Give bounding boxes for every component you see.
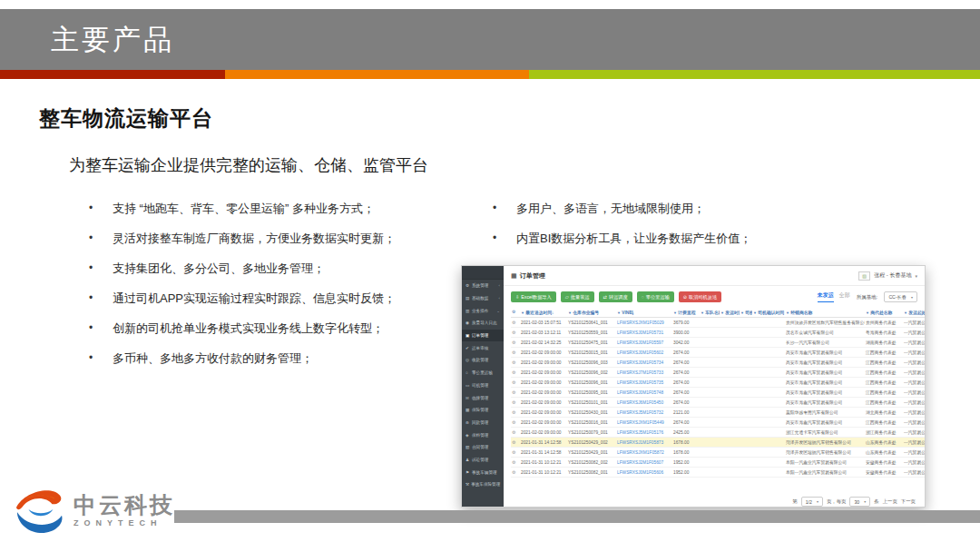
vin-link[interactable]: LFWSRXSJ0M1F05734 xyxy=(616,358,672,368)
table-row[interactable]: ⚙2021-02-02 09:00:00YS2101250016_001LFWS… xyxy=(511,418,925,428)
vin-link[interactable]: LFWSRXSJ0M1F05735 xyxy=(616,378,672,388)
vin-link[interactable]: LFWSRXSJ0M1F05602 xyxy=(616,348,672,358)
vin-link[interactable]: LFWSRXSJ5M1F05176 xyxy=(616,428,672,438)
table-row[interactable]: ⚙2021-02-02 09:00:00YS2101250015_001LFWS… xyxy=(511,348,925,358)
column-header-发运起始地名称[interactable]: ▼ 发运起始地名称 xyxy=(903,307,925,318)
vin-link[interactable]: LFWSRXSJXM1F05449 xyxy=(616,418,672,428)
vin-link[interactable]: LFWSRXSJ6M1F05450 xyxy=(616,398,672,408)
sidebar-item-合同管理[interactable]: ▧合同管理 xyxy=(462,441,504,454)
sidebar-item-系统管理[interactable]: ⚙系统管理‹ xyxy=(462,280,504,292)
table-row[interactable]: ⚙2021-01-31 10:12:21YS2101250082_002LFWS… xyxy=(511,458,925,468)
table-row[interactable]: ⚙2021-01-31 14:12:58YS2101250429_002LFWS… xyxy=(511,438,925,448)
sidebar-item-质量导入日志[interactable]: ◉质量导入日志 xyxy=(462,317,504,330)
page-select[interactable]: 1/2 ▾ xyxy=(801,497,823,507)
row-gear-icon[interactable]: ⚙ xyxy=(511,428,520,438)
row-gear-icon[interactable]: ⚙ xyxy=(511,378,520,388)
column-header-计费里程[interactable]: ▼ 计费里程 xyxy=(672,307,700,318)
sidebar-item-label: 零公里运输 xyxy=(472,370,493,375)
sidebar-item-司机管理[interactable]: ▭司机管理 xyxy=(462,380,504,392)
row-gear-icon[interactable]: ⚙ xyxy=(511,448,520,458)
table-row[interactable]: ⚙2021-02-02 09:00:00YS2101250096_002LFWS… xyxy=(511,368,925,378)
column-header-仓库作业编号[interactable]: ▼ 仓库作业编号 xyxy=(567,307,616,318)
table-row[interactable]: ⚙2021-02-02 09:00:00YS2101250430_001LFWS… xyxy=(511,408,925,418)
row-gear-icon[interactable]: ⚙ xyxy=(511,388,520,398)
cell: 1952.00 xyxy=(672,458,700,468)
sidebar-item-订单管理[interactable]: ▣订单管理 xyxy=(462,330,504,342)
table-row[interactable]: ⚙2021-01-31 10:12:21YS2101250082_001LFWS… xyxy=(511,468,925,478)
column-header-车队名称[interactable]: ▼ 车队名称 xyxy=(700,307,720,318)
table-row[interactable]: ⚙2021-01-31 14:12:58YS2101250429_001LFWS… xyxy=(511,448,925,458)
table-row[interactable]: ⚙2021-02-03 15:07:51YS2101250641_001LFWS… xyxy=(511,318,925,328)
row-gear-icon[interactable]: ⚙ xyxy=(511,398,520,408)
table-row[interactable]: ⚙2021-02-03 13:12:11YS2101250559_001LFWS… xyxy=(511,328,925,338)
row-gear-icon[interactable]: ⚙ xyxy=(511,328,520,338)
wrench-icon: ⚒ xyxy=(466,482,469,487)
取消司机派送-button[interactable]: ⊘取消司机派送 xyxy=(679,291,721,302)
bullet-item: •内置BI数据分析工具，让业务数据产生价值； xyxy=(493,232,892,245)
row-gear-icon[interactable]: ⚙ xyxy=(511,468,520,478)
cancel-icon: ⊘ xyxy=(683,294,687,300)
零公里运输-button[interactable]: ◌零公里运输 xyxy=(637,291,674,302)
cell: YS2101250082_001 xyxy=(567,468,616,478)
row-gear-icon[interactable]: ⚙ xyxy=(511,368,520,378)
table-row[interactable]: ⚙2021-02-02 09:00:00YS2101250101_001LFWS… xyxy=(511,398,925,408)
row-gear-icon[interactable]: ⚙ xyxy=(511,408,520,418)
vin-link[interactable]: LFWSRXSJ7M1F05733 xyxy=(616,368,672,378)
table-row[interactable]: ⚙2021-02-02 09:00:00YS2101250096_003LFWS… xyxy=(511,358,925,368)
row-gear-icon[interactable]: ⚙ xyxy=(511,418,520,428)
Excel数据导入-button[interactable]: ⇩Excel数据导入 xyxy=(511,291,556,302)
sidebar-item-零公里运输[interactable]: ○零公里运输 xyxy=(462,367,504,380)
column-header-最近送达时间↓[interactable]: ▼ 最近送达时间↓ xyxy=(520,307,567,318)
vin-link[interactable]: LFWSRXSJ0M1F05731 xyxy=(616,328,672,338)
sidebar-item-事故车辆管理[interactable]: ⚑事故车辆管理 xyxy=(462,466,504,478)
table-row[interactable]: ⚙2021-02-02 14:32:25YS2101250475_001LFWS… xyxy=(511,338,925,348)
vin-link[interactable]: LFWSRXSJXM1F05029 xyxy=(616,318,672,328)
vin-link[interactable]: LFWSRXSJXM1F05872 xyxy=(616,448,672,458)
vin-link[interactable]: LFWSRXSJ5M1F05732 xyxy=(616,408,672,418)
sidebar-item-保料管理[interactable]: ◈保料管理 xyxy=(462,429,504,441)
column-header-经销商名称[interactable]: ▼ 经销商名称 xyxy=(785,307,865,318)
sidebar-item-业务操作[interactable]: ▥业务操作⌄ xyxy=(462,304,504,317)
sidebar-item-保险管理[interactable]: ▦保险管理 xyxy=(462,404,504,417)
cell-empty xyxy=(752,358,785,368)
vin-link[interactable]: LFWSRXSJ0M1F05748 xyxy=(616,388,672,398)
row-gear-icon[interactable]: ⚙ xyxy=(511,338,520,348)
tab-全部[interactable]: 全部 xyxy=(839,291,850,302)
row-gear-icon[interactable]: ⚙ xyxy=(511,318,520,328)
sidebar-item-回款管理[interactable]: ⊕回款管理 xyxy=(462,417,504,429)
row-gear-icon[interactable]: ⚙ xyxy=(511,348,520,358)
vin-link[interactable]: LFWSRXSJ2M1F05607 xyxy=(616,458,672,468)
table-row[interactable]: ⚙2021-02-02 09:00:00YS2101250079_001LFWS… xyxy=(511,428,925,438)
column-settings-icon[interactable]: ⚙ xyxy=(511,307,520,318)
table-row[interactable]: ⚙2021-02-02 09:00:00YS2101250095_001LFWS… xyxy=(511,388,925,398)
column-header-发运时间[interactable]: ▼ 发运时间 xyxy=(720,307,740,318)
转运调度-button[interactable]: ⇄转运调度 xyxy=(599,291,632,302)
sidebar-item-诉讼管理[interactable]: ♟诉讼管理 xyxy=(462,454,504,467)
cell: 一汽贸易公司储运分 xyxy=(903,358,925,368)
order-table-wrap: ⚙▼ 最近送达时间↓▼ 仓库作业编号▼ VIN码▼ 计费里程▼ 车队名称▼ 发运… xyxy=(504,306,925,494)
cell: 一汽贸易公司储运分 xyxy=(903,348,925,358)
table-row[interactable]: ⚙2021-02-02 09:00:00YS2101250096_001LFWS… xyxy=(511,378,925,388)
column-header-商代处名称[interactable]: ▼ 商代处名称 xyxy=(865,307,903,318)
prev-page-link[interactable]: 上一页 xyxy=(883,498,897,505)
row-gear-icon[interactable]: ⚙ xyxy=(511,458,520,468)
vin-link[interactable]: LFWSRXSJ1M1F05873 xyxy=(616,438,672,448)
sidebar-item-收款管理[interactable]: ◎收款管理 xyxy=(462,354,504,367)
sidebar-item-基础数据[interactable]: ▤基础数据‹ xyxy=(462,292,504,305)
vin-link[interactable]: LFWSRXSJ0M1F05606 xyxy=(616,468,672,478)
sidebar-item-临牌管理[interactable]: ✉临牌管理 xyxy=(462,391,504,404)
column-header-司机[interactable]: ▼ 司机 xyxy=(740,307,752,318)
row-gear-icon[interactable]: ⚙ xyxy=(511,358,520,368)
批量装运-button[interactable]: ▱批量装运 xyxy=(561,291,594,302)
tab-未发运[interactable]: 未发运 xyxy=(818,291,834,302)
sidebar-item-运单审核[interactable]: ✔运单审核 xyxy=(462,341,504,354)
column-header-司机确认时间[interactable]: ▼ 司机确认时间 xyxy=(752,307,785,318)
column-header-VIN码[interactable]: ▼ VIN码 xyxy=(616,307,672,318)
sidebar-item-事故车保险管理[interactable]: ⚒事故车保险管理 xyxy=(462,478,504,491)
user-menu[interactable]: ▨ 张程 - 长春基地 ▾ xyxy=(858,271,917,281)
vin-link[interactable]: LFWSRXSJ0M1F05597 xyxy=(616,338,672,348)
next-page-link[interactable]: 下一页 xyxy=(901,498,916,505)
page-size-select[interactable]: 30 ▾ xyxy=(849,497,870,507)
row-gear-icon[interactable]: ⚙ xyxy=(511,438,520,448)
base-select[interactable]: CC-长春 ▾ xyxy=(884,291,917,302)
